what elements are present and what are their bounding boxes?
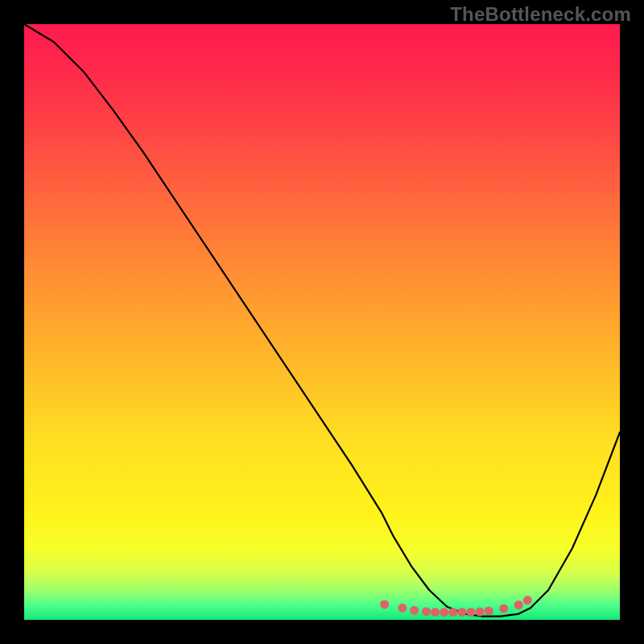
marker-dot	[523, 596, 532, 605]
marker-dot	[448, 608, 457, 617]
marker-dot	[499, 604, 508, 613]
marker-dot	[476, 608, 485, 617]
marker-dot	[422, 607, 431, 616]
marker-dot	[410, 606, 419, 615]
watermark-text: TheBottleneck.com	[450, 3, 631, 26]
marker-dot	[485, 606, 493, 615]
marker-dot	[431, 608, 440, 617]
marker-dot	[467, 608, 476, 617]
curve-line	[24, 24, 620, 617]
marker-dot	[380, 600, 389, 609]
chart-frame: TheBottleneck.com	[0, 0, 644, 644]
marker-dot	[457, 608, 466, 617]
chart-svg	[24, 24, 620, 620]
plot-area	[24, 24, 620, 620]
marker-dot	[398, 604, 407, 613]
marker-dot	[514, 601, 523, 609]
marker-dot	[440, 608, 448, 617]
marker-dots	[380, 596, 532, 617]
